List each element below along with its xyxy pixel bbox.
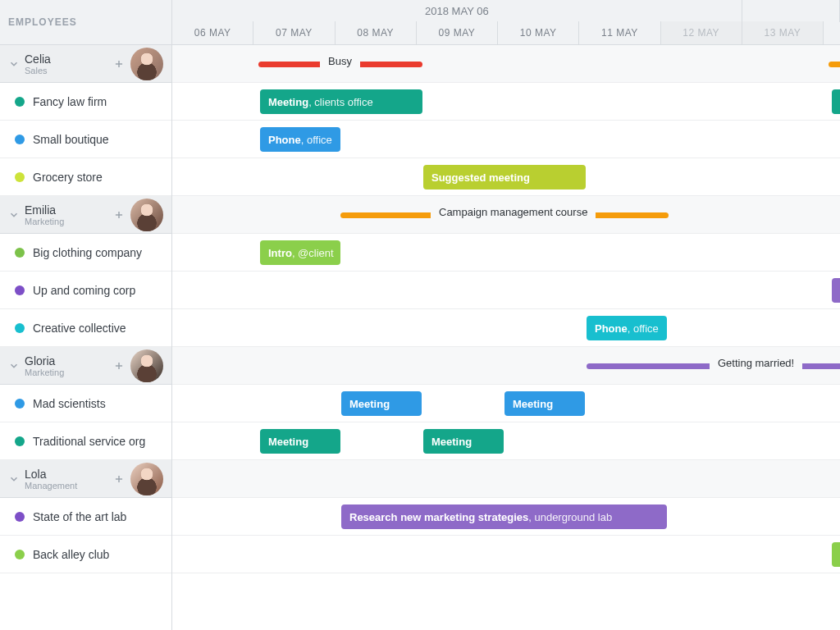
avatar bbox=[130, 48, 163, 80]
client-row[interactable]: Up and coming corp bbox=[0, 272, 171, 309]
status-dot bbox=[15, 285, 25, 295]
status-dot bbox=[15, 399, 25, 409]
lane-client: Research new marketing strategies, under… bbox=[172, 498, 840, 536]
event-pill-fragment[interactable] bbox=[832, 89, 840, 114]
event-pill-suggested[interactable]: Suggested meeting bbox=[423, 165, 586, 189]
event-pill-meeting[interactable]: Meeting bbox=[423, 429, 504, 454]
employee-name: Gloria bbox=[25, 354, 112, 368]
day-header-cell[interactable]: 10 MAY bbox=[498, 21, 579, 44]
timeline-panel: 2018 MAY 06 06 MAY07 MAY08 MAY09 MAY10 M… bbox=[172, 0, 840, 630]
add-icon[interactable] bbox=[112, 57, 126, 71]
client-row[interactable]: Grocery store bbox=[0, 158, 171, 196]
client-row[interactable]: State of the art lab bbox=[0, 498, 171, 536]
busy-bar-fragment[interactable] bbox=[829, 62, 840, 67]
day-header-cell[interactable]: 11 MAY bbox=[579, 21, 660, 44]
client-label: Small boutique bbox=[33, 133, 109, 146]
busy-label: Campaign management course bbox=[431, 206, 596, 218]
employee-row-gloria[interactable]: Gloria Marketing bbox=[0, 347, 171, 385]
day-header-cell[interactable]: 07 MAY bbox=[253, 21, 335, 44]
lane-client: Meeting Meeting bbox=[172, 422, 840, 460]
add-icon[interactable] bbox=[112, 472, 126, 486]
event-pill-meeting[interactable]: Meeting bbox=[504, 391, 585, 416]
client-label: Mad scientists bbox=[33, 397, 106, 410]
date-range-title: 2018 MAY 06 bbox=[172, 0, 742, 22]
lane-client bbox=[172, 272, 840, 309]
event-pill-phone[interactable]: Phone, office bbox=[587, 316, 667, 340]
chevron-down-icon[interactable] bbox=[8, 209, 20, 221]
client-row[interactable]: Small boutique bbox=[0, 121, 171, 158]
status-dot bbox=[15, 135, 25, 144]
avatar bbox=[130, 349, 163, 382]
lane-client: Intro, @client bbox=[172, 234, 840, 272]
client-label: Big clothing company bbox=[33, 246, 142, 259]
client-label: Traditional service org bbox=[33, 435, 145, 448]
day-header-cell[interactable]: 06 MAY bbox=[172, 21, 253, 44]
client-label: Grocery store bbox=[33, 171, 103, 184]
lane-client: Phone, office bbox=[172, 309, 840, 347]
employee-dept: Management bbox=[25, 481, 112, 491]
event-pill-fragment[interactable] bbox=[832, 542, 840, 567]
lane-client: Phone, office bbox=[172, 121, 840, 158]
day-header-cell[interactable]: 09 MAY bbox=[417, 21, 498, 44]
event-pill-fragment[interactable] bbox=[832, 278, 840, 303]
event-pill-meeting[interactable]: Meeting bbox=[341, 391, 422, 416]
busy-label: Busy bbox=[320, 55, 360, 67]
avatar bbox=[130, 199, 163, 231]
event-pill-meeting[interactable]: Meeting bbox=[260, 429, 340, 454]
sidebar-header-label: EMPLOYEES bbox=[8, 16, 77, 28]
employee-name: Celia bbox=[25, 52, 112, 66]
client-label: Fancy law firm bbox=[33, 95, 107, 108]
timeline-lanes: Busy Meeting, clients office Phone, offi… bbox=[172, 45, 840, 573]
status-dot bbox=[15, 323, 25, 333]
event-pill-phone[interactable]: Phone, office bbox=[260, 127, 340, 152]
client-row[interactable]: Creative collective bbox=[0, 309, 171, 347]
client-label: Up and coming corp bbox=[33, 284, 135, 297]
employee-dept: Marketing bbox=[25, 368, 112, 377]
day-header-cell[interactable]: 12 MAY bbox=[661, 21, 742, 44]
status-dot bbox=[15, 248, 25, 258]
client-label: Creative collective bbox=[33, 322, 126, 335]
day-header-cell[interactable]: 13 MAY bbox=[742, 21, 824, 44]
employee-name: Emilia bbox=[25, 203, 112, 217]
lane-client: Meeting, clients office bbox=[172, 83, 840, 121]
client-row[interactable]: Traditional service org bbox=[0, 422, 171, 460]
avatar bbox=[130, 463, 163, 495]
lane-person-lola bbox=[172, 460, 840, 498]
lane-person-gloria: Getting married! bbox=[172, 347, 840, 385]
status-dot bbox=[15, 550, 25, 559]
lane-client: Suggested meeting bbox=[172, 158, 840, 196]
day-header-cell[interactable]: 08 MAY bbox=[336, 21, 417, 44]
lane-client: Meeting Meeting bbox=[172, 385, 840, 422]
employee-row-celia[interactable]: Celia Sales bbox=[0, 45, 171, 83]
client-row[interactable]: Fancy law firm bbox=[0, 83, 171, 121]
employee-dept: Sales bbox=[25, 66, 112, 75]
add-icon[interactable] bbox=[112, 208, 126, 221]
client-label: State of the art lab bbox=[33, 510, 126, 523]
client-row[interactable]: Big clothing company bbox=[0, 234, 171, 272]
employee-name: Lola bbox=[25, 468, 112, 481]
chevron-down-icon[interactable] bbox=[8, 360, 20, 372]
date-range-next bbox=[742, 0, 840, 22]
client-row[interactable]: Back alley club bbox=[0, 536, 171, 573]
chevron-down-icon[interactable] bbox=[8, 58, 20, 70]
employee-dept: Marketing bbox=[25, 217, 112, 226]
status-dot bbox=[15, 436, 25, 446]
status-dot bbox=[15, 97, 25, 107]
chevron-down-icon[interactable] bbox=[8, 473, 20, 485]
day-labels-row: 06 MAY07 MAY08 MAY09 MAY10 MAY11 MAY12 M… bbox=[172, 21, 840, 44]
client-label: Back alley club bbox=[33, 548, 109, 561]
timeline-header: 2018 MAY 06 06 MAY07 MAY08 MAY09 MAY10 M… bbox=[172, 0, 840, 45]
busy-label: Getting married! bbox=[710, 357, 802, 369]
status-dot bbox=[15, 172, 25, 182]
event-pill-research[interactable]: Research new marketing strategies, under… bbox=[341, 504, 667, 529]
employee-row-emilia[interactable]: Emilia Marketing bbox=[0, 196, 171, 234]
event-pill-meeting[interactable]: Meeting, clients office bbox=[260, 89, 422, 114]
add-icon[interactable] bbox=[112, 359, 126, 372]
employee-row-lola[interactable]: Lola Management bbox=[0, 460, 171, 498]
employees-sidebar: EMPLOYEES Celia Sales Fancy law firm Sma… bbox=[0, 0, 172, 630]
client-row[interactable]: Mad scientists bbox=[0, 385, 171, 422]
event-pill-intro[interactable]: Intro, @client bbox=[260, 240, 340, 265]
status-dot bbox=[15, 512, 25, 522]
lane-person-emilia: Campaign management course bbox=[172, 196, 840, 234]
lane-person-celia: Busy bbox=[172, 45, 840, 83]
